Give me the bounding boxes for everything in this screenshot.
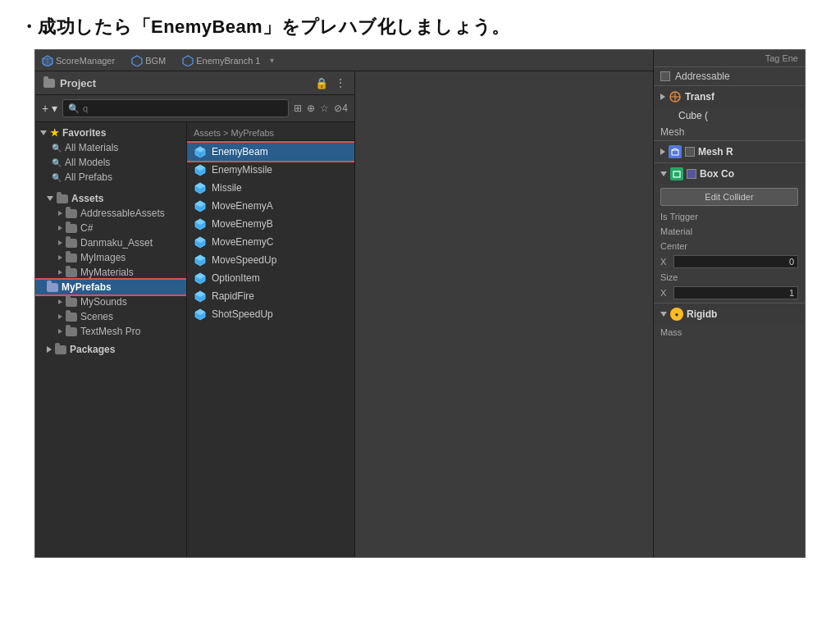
tree-item-myimages[interactable]: MyImages (35, 250, 186, 265)
packages-expand-icon (47, 346, 52, 353)
file-item-shotspeedup[interactable]: ShotSpeedUp (187, 305, 354, 323)
file-item-enemymissile[interactable]: EnemyMissile (187, 161, 354, 179)
mesh-renderer-header[interactable]: Mesh R (654, 140, 805, 162)
tree-item-textmesh[interactable]: TextMesh Pro (35, 324, 186, 339)
mesh-renderer-expand-icon (660, 148, 665, 155)
toolbar-icons: ⊞ ⊕ ☆ ⊘4 (294, 103, 348, 114)
rapidfire-label: RapidFire (212, 290, 254, 302)
rigidbody-header[interactable]: ● Rigidb (654, 303, 805, 325)
shotspeedup-prefab-icon (194, 308, 207, 321)
tree-item-csharp[interactable]: C# (35, 221, 186, 235)
moveenemyc-label: MoveEnemyC (212, 236, 273, 248)
hierarchy-bar: ScoreManager BGM EnemyBranch 1 ▾ (35, 50, 653, 71)
filter-icon[interactable]: ⊘4 (334, 103, 348, 114)
center-x-label: X (660, 257, 670, 267)
search-box[interactable]: 🔍 (62, 99, 289, 117)
favorites-label: Favorites (62, 127, 106, 139)
expand-icon6 (58, 299, 62, 304)
rigidbody-icon: ● (670, 308, 683, 321)
tree-item-all-materials[interactable]: 🔍 All Materials (35, 140, 186, 155)
packages-folder-icon (55, 345, 66, 354)
rapidfire-prefab-icon (194, 290, 207, 303)
kebab-menu-icon[interactable]: ⋮ (335, 76, 346, 89)
missile-label: Missile (212, 182, 242, 194)
size-row: Size (654, 270, 805, 285)
cube-label: Cube ( (678, 110, 708, 121)
tree-item-myprefabs[interactable]: MyPrefabs (35, 280, 186, 294)
hierarchy-item-bgm: BGM (131, 55, 166, 66)
star-icon[interactable]: ☆ (320, 103, 329, 114)
svg-rect-10 (672, 150, 678, 155)
enemymissile-label: EnemyMissile (212, 164, 272, 176)
center-x-row: X (654, 253, 805, 270)
optionitem-prefab-icon (194, 272, 207, 285)
inspector-panel: Tag Ene Addressable Transf Cube ( Mesh (653, 50, 805, 557)
tree-item-all-prefabs[interactable]: 🔍 All Prefabs (35, 170, 186, 185)
file-item-missile[interactable]: Missile (187, 179, 354, 197)
mesh-row: Mesh (654, 124, 805, 140)
transform-icon (669, 90, 682, 103)
file-item-enemybeam[interactable]: EnemyBeam (187, 143, 354, 161)
tag-label: Tag Ene (765, 53, 798, 63)
add-button[interactable]: + ▾ (42, 102, 57, 115)
mesh-renderer-checkbox[interactable] (685, 147, 695, 157)
packages-folder[interactable]: Packages (35, 342, 186, 357)
edit-collider-label: Edit Collider (705, 192, 753, 202)
textmesh-folder-icon (66, 327, 77, 336)
file-item-moveenemya[interactable]: MoveEnemyA (187, 197, 354, 215)
tree-item-mymaterials[interactable]: MyMaterials (35, 265, 186, 280)
missile-prefab-icon (194, 181, 207, 194)
is-trigger-label: Is Trigger (660, 212, 798, 221)
mysounds-folder-icon (66, 298, 77, 307)
mysounds-label: MySounds (80, 296, 127, 308)
moveenemyb-label: MoveEnemyB (212, 218, 273, 230)
tree-item-scenes[interactable]: Scenes (35, 309, 186, 324)
csharp-label: C# (80, 222, 93, 234)
file-item-rapidfire[interactable]: RapidFire (187, 287, 354, 305)
file-item-moveenemyb[interactable]: MoveEnemyB (187, 215, 354, 233)
moveenemyc-prefab-icon (194, 235, 207, 249)
tree-item-all-models[interactable]: 🔍 All Models (35, 155, 186, 170)
grid-icon[interactable]: ⊞ (294, 103, 302, 114)
expand-icon4 (58, 255, 62, 260)
movespeedup-prefab-icon (194, 253, 207, 267)
recents-icon[interactable]: ⊕ (307, 103, 315, 114)
size-x-input[interactable] (673, 286, 798, 299)
project-panel: Project 🔒 ⋮ + ▾ 🔍 ⊞ ⊕ ☆ ⊘4 (35, 71, 355, 557)
addressable-checkbox[interactable] (660, 71, 670, 81)
file-item-movespeedup[interactable]: MoveSpeedUp (187, 251, 354, 269)
box-collider-icon (670, 167, 683, 180)
scenes-folder-icon (66, 313, 77, 322)
danmaku-label: Danmaku_Asset (80, 237, 153, 249)
box-collider-header[interactable]: Box Co (654, 162, 805, 185)
all-models-label: All Models (65, 157, 110, 168)
tree-item-mysounds[interactable]: MySounds (35, 294, 186, 309)
spacer (35, 185, 186, 191)
enemymissile-prefab-icon (194, 163, 207, 176)
box-collider-expand-icon (660, 171, 667, 176)
assets-expand-icon (47, 196, 53, 201)
instruction-text: ・成功したら「EnemyBeam」をプレハブ化しましょう。 (0, 0, 840, 49)
transform-header[interactable]: Transf (654, 86, 805, 107)
mesh-label: Mesh (660, 126, 684, 138)
tree-item-danmaku[interactable]: Danmaku_Asset (35, 235, 186, 250)
box-collider-checkbox[interactable] (687, 169, 696, 179)
center-x-input[interactable] (673, 255, 798, 268)
transform-label: Transf (685, 91, 714, 103)
assets-label: Assets (71, 193, 103, 204)
svg-rect-13 (673, 171, 680, 177)
file-item-moveenemyc[interactable]: MoveEnemyC (187, 233, 354, 251)
search-input[interactable] (83, 103, 283, 113)
file-item-optionitem[interactable]: OptionItem (187, 269, 354, 287)
optionitem-label: OptionItem (212, 272, 260, 284)
transform-expand-icon (660, 94, 665, 100)
size-x-row: X (654, 285, 805, 301)
toolbar-row: + ▾ 🔍 ⊞ ⊕ ☆ ⊘4 (35, 95, 354, 122)
cube-name-row: Cube ( (654, 107, 805, 124)
project-folder-icon (43, 79, 55, 88)
all-materials-label: All Materials (65, 142, 118, 153)
rigidbody-expand-icon (660, 312, 667, 317)
edit-collider-button[interactable]: Edit Collider (660, 188, 798, 206)
tree-item-addressable[interactable]: AddressableAssets (35, 206, 186, 221)
assets-folder[interactable]: Assets (35, 191, 186, 206)
